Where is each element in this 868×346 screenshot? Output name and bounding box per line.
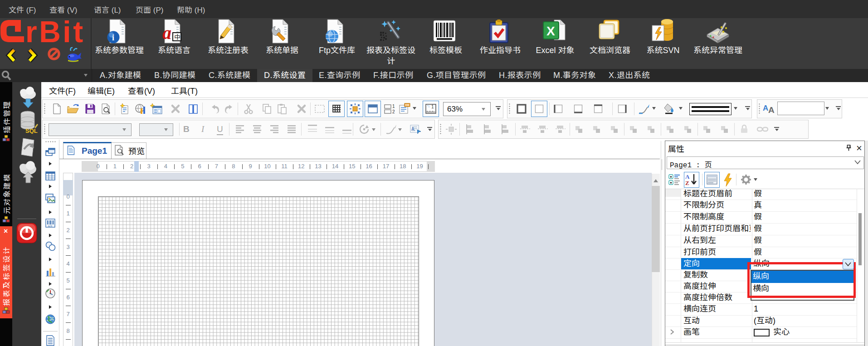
svg-text:SQL: SQL [25, 127, 38, 134]
svg-text:A: A [768, 105, 775, 115]
svg-text:i: i [112, 33, 114, 42]
svg-text:X: X [546, 24, 555, 38]
svg-text:A: A [763, 104, 768, 112]
svg-text:1: 1 [431, 104, 434, 109]
svg-text:A: A [411, 127, 414, 132]
svg-text:中: 中 [174, 32, 180, 41]
svg-text:2: 2 [392, 109, 395, 114]
svg-text:A: A [685, 173, 690, 180]
svg-text:1: 1 [392, 104, 395, 109]
svg-text:a: a [162, 23, 171, 43]
svg-text:Z: Z [685, 180, 689, 186]
svg-text:rBit: rBit [25, 19, 85, 49]
svg-text:123: 123 [48, 224, 53, 227]
